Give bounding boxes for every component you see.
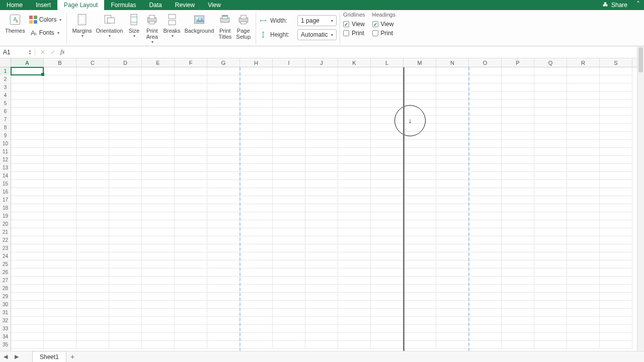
cell[interactable] xyxy=(600,124,632,132)
cell[interactable] xyxy=(502,156,534,164)
cell[interactable] xyxy=(240,75,273,83)
cell[interactable] xyxy=(469,325,502,333)
column-header[interactable]: G xyxy=(207,58,240,67)
cell[interactable] xyxy=(44,244,76,252)
confirm-formula-icon[interactable]: ✓ xyxy=(50,49,55,56)
row-header[interactable]: 32 xyxy=(0,317,11,325)
cell[interactable] xyxy=(240,309,273,317)
cell[interactable] xyxy=(273,164,305,172)
cell[interactable] xyxy=(175,252,207,260)
cell[interactable] xyxy=(502,132,534,140)
column-header[interactable]: H xyxy=(240,58,273,67)
cell[interactable] xyxy=(109,180,142,188)
cell[interactable] xyxy=(11,268,44,277)
cell[interactable] xyxy=(142,204,175,212)
cell[interactable] xyxy=(404,164,436,172)
cell[interactable] xyxy=(273,140,305,148)
cell[interactable] xyxy=(175,188,207,196)
cell[interactable] xyxy=(207,132,240,140)
cell[interactable] xyxy=(469,293,502,301)
cell[interactable] xyxy=(600,228,632,236)
cell[interactable] xyxy=(567,92,600,100)
tab-page-layout[interactable]: Page Layout xyxy=(57,0,104,10)
cell[interactable] xyxy=(44,220,76,228)
cell[interactable] xyxy=(469,148,502,156)
cell[interactable] xyxy=(371,325,404,333)
cell[interactable] xyxy=(371,252,404,260)
row-header[interactable]: 35 xyxy=(0,341,11,349)
cell[interactable] xyxy=(502,317,534,325)
cell[interactable] xyxy=(142,124,175,132)
cell[interactable] xyxy=(175,212,207,220)
cell[interactable] xyxy=(371,75,404,83)
cell[interactable] xyxy=(436,172,469,180)
cell[interactable] xyxy=(436,148,469,156)
cell[interactable] xyxy=(76,188,109,196)
page-setup-button[interactable]: Page Setup xyxy=(234,12,253,41)
cell[interactable] xyxy=(567,156,600,164)
cell[interactable] xyxy=(371,220,404,228)
cell[interactable] xyxy=(44,180,76,188)
cell[interactable] xyxy=(175,83,207,92)
cell[interactable] xyxy=(338,164,371,172)
cell[interactable] xyxy=(109,268,142,277)
cell[interactable] xyxy=(600,75,632,83)
cell[interactable] xyxy=(600,188,632,196)
cell[interactable] xyxy=(534,188,567,196)
row-header[interactable]: 24 xyxy=(0,252,11,260)
cell[interactable] xyxy=(207,116,240,124)
cell[interactable] xyxy=(175,244,207,252)
cell[interactable] xyxy=(305,220,338,228)
row-header[interactable]: 5 xyxy=(0,100,11,108)
cell[interactable] xyxy=(44,140,76,148)
cell[interactable] xyxy=(600,140,632,148)
row-header[interactable]: 8 xyxy=(0,124,11,132)
cell[interactable] xyxy=(240,236,273,244)
cell[interactable] xyxy=(142,164,175,172)
cell[interactable] xyxy=(207,252,240,260)
cell[interactable] xyxy=(142,75,175,83)
cell[interactable] xyxy=(175,116,207,124)
cell[interactable] xyxy=(469,196,502,204)
cell[interactable] xyxy=(11,75,44,83)
cell[interactable] xyxy=(109,75,142,83)
cell[interactable] xyxy=(11,92,44,100)
row-header[interactable]: 21 xyxy=(0,228,11,236)
cell[interactable] xyxy=(371,204,404,212)
cell[interactable] xyxy=(76,285,109,293)
cell[interactable] xyxy=(273,124,305,132)
cell[interactable] xyxy=(567,83,600,92)
cell[interactable] xyxy=(404,212,436,220)
cell[interactable] xyxy=(567,220,600,228)
cell[interactable] xyxy=(567,333,600,341)
cell[interactable] xyxy=(142,148,175,156)
cell[interactable] xyxy=(404,244,436,252)
cell[interactable] xyxy=(469,244,502,252)
tab-data[interactable]: Data xyxy=(142,0,168,10)
cell[interactable] xyxy=(502,236,534,244)
cell[interactable] xyxy=(175,67,207,75)
cell[interactable] xyxy=(436,196,469,204)
cell[interactable] xyxy=(273,83,305,92)
cell[interactable] xyxy=(109,220,142,228)
cell[interactable] xyxy=(207,204,240,212)
column-header[interactable]: S xyxy=(600,58,632,67)
cell[interactable] xyxy=(273,301,305,309)
cell[interactable] xyxy=(175,164,207,172)
cell[interactable] xyxy=(76,172,109,180)
cell[interactable] xyxy=(207,180,240,188)
cell[interactable] xyxy=(44,67,76,75)
cell[interactable] xyxy=(240,341,273,349)
cell[interactable] xyxy=(207,172,240,180)
cell[interactable] xyxy=(567,244,600,252)
tab-view[interactable]: View xyxy=(201,0,227,10)
cell[interactable] xyxy=(11,164,44,172)
cell[interactable] xyxy=(338,204,371,212)
cell[interactable] xyxy=(567,301,600,309)
name-box[interactable]: A1 ▲▼ xyxy=(0,49,35,56)
cell[interactable] xyxy=(338,172,371,180)
cell[interactable] xyxy=(600,317,632,325)
cell[interactable] xyxy=(371,293,404,301)
cell[interactable] xyxy=(142,244,175,252)
cell[interactable] xyxy=(371,212,404,220)
